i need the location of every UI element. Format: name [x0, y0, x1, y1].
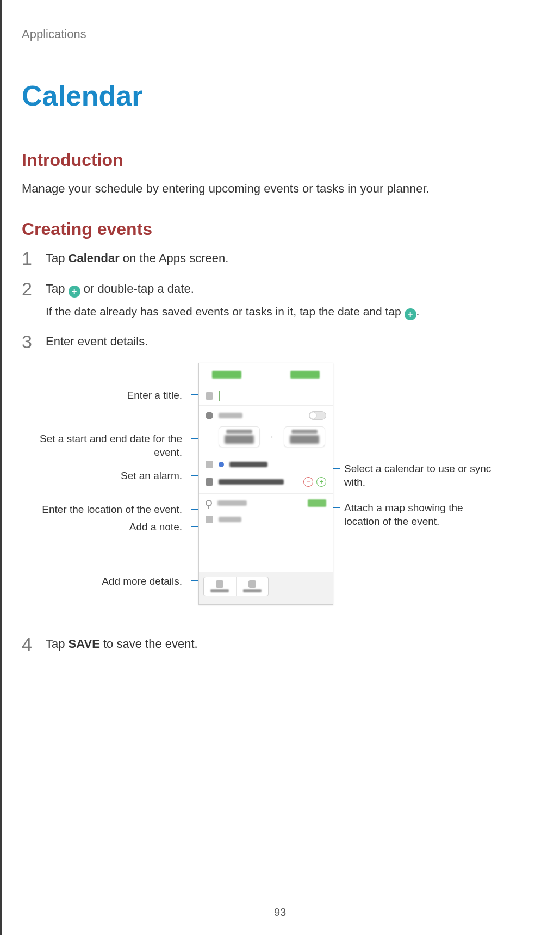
step-2-sub-pre: If the date already has saved events or …: [46, 305, 405, 318]
page-title: Calendar: [22, 79, 533, 112]
section-creating-events-heading: Creating events: [22, 219, 533, 239]
step-3: 3 Enter event details.: [22, 332, 533, 351]
step-4: 4 Tap SAVE to save the event.: [22, 635, 533, 653]
page-container: Applications Calendar Introduction Manag…: [0, 0, 560, 935]
callout-more: Add more details.: [30, 575, 182, 589]
step-4-post: to save the event.: [100, 637, 198, 651]
calendar-color-dot: [219, 462, 224, 467]
callout-dates: Set a start and end date for the event.: [30, 432, 182, 459]
step-2: 2 Tap + or double-tap a date. If the dat…: [22, 280, 533, 320]
step-1: 1 Tap Calendar on the Apps screen.: [22, 249, 533, 268]
step-1-bold: Calendar: [69, 251, 120, 265]
callout-map: Attach a map showing the location of the…: [344, 501, 496, 528]
step-4-bold: SAVE: [69, 637, 100, 651]
location-pin-icon: [206, 500, 212, 506]
save-button-blurred: [290, 371, 320, 379]
step-1-number: 1: [22, 249, 37, 268]
repeat-icon: [216, 580, 223, 588]
mockup-footer: [199, 572, 333, 604]
plus-icon: +: [69, 286, 80, 298]
footer-buttons: [203, 577, 269, 596]
repeat-button: [204, 577, 237, 596]
bell-icon: [206, 478, 213, 486]
allday-row: [199, 406, 333, 424]
map-thumbnail: [308, 499, 326, 507]
event-editor-mockup: › − +: [198, 363, 333, 605]
callout-title: Enter a title.: [30, 389, 182, 403]
step-2-body: Tap + or double-tap a date. If the date …: [46, 280, 533, 320]
plus-icon: +: [405, 308, 416, 320]
chevron-right-icon: ›: [271, 433, 273, 441]
cancel-button-blurred: [212, 371, 241, 379]
event-editor-figure: Enter a title. Set a start and end date …: [30, 363, 525, 618]
step-3-body: Enter event details.: [46, 332, 533, 351]
location-label-blurred: [217, 500, 247, 506]
step-1-pre: Tap: [46, 251, 69, 265]
end-time: [284, 426, 325, 447]
remove-alarm-icon: −: [303, 477, 313, 487]
step-1-body: Tap Calendar on the Apps screen.: [46, 249, 533, 268]
breadcrumb: Applications: [22, 27, 533, 41]
step-4-body: Tap SAVE to save the event.: [46, 635, 533, 653]
calendar-icon: [206, 461, 213, 468]
page-number: 93: [0, 906, 560, 919]
alarm-label-blurred: [219, 479, 284, 485]
title-icon: [206, 392, 213, 400]
callout-calendar: Select a calendar to use or sync with.: [344, 462, 496, 489]
step-2-sub-post: .: [416, 305, 420, 318]
mockup-header: [199, 363, 333, 387]
text-cursor: [219, 391, 220, 401]
step-1-post: on the Apps screen.: [120, 251, 229, 265]
step-2-post: or double-tap a date.: [80, 282, 194, 295]
callout-alarm: Set an alarm.: [30, 469, 182, 483]
section-introduction-heading: Introduction: [22, 150, 533, 170]
callout-location: Enter the location of the event.: [30, 503, 182, 517]
globe-icon: [248, 580, 256, 588]
step-2-pre: Tap: [46, 282, 69, 295]
add-alarm-icon: +: [316, 477, 326, 487]
callout-note: Add a note.: [30, 521, 182, 534]
note-row: [199, 511, 333, 528]
time-row: ›: [199, 424, 333, 455]
step-4-number: 4: [22, 635, 37, 653]
step-4-pre: Tap: [46, 637, 69, 651]
timezone-button: [237, 577, 269, 596]
title-row: [199, 387, 333, 406]
start-time: [219, 426, 260, 447]
step-2-number: 2: [22, 280, 37, 320]
location-row: [199, 494, 333, 511]
allday-toggle: [309, 411, 326, 420]
allday-label-blurred: [219, 413, 242, 418]
note-icon: [206, 516, 213, 523]
calendar-name-blurred: [229, 462, 267, 467]
step-3-number: 3: [22, 332, 37, 351]
note-label-blurred: [219, 517, 241, 522]
alarm-row: − +: [199, 473, 333, 494]
introduction-body: Manage your schedule by entering upcomin…: [22, 180, 533, 197]
clock-icon: [206, 412, 213, 419]
calendar-row: [199, 455, 333, 473]
